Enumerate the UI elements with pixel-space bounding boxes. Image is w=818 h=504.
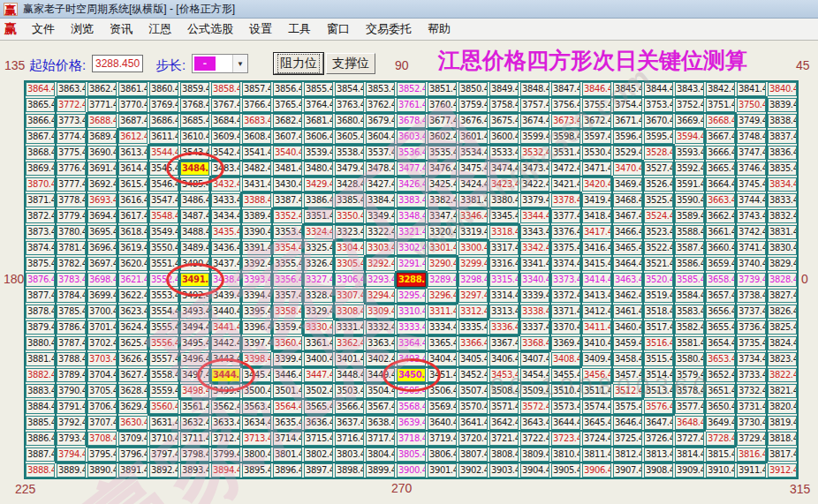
grid-cell: 3754.45 — [613, 98, 642, 112]
grid-cell: 3336.45 — [489, 320, 519, 335]
grid-cell: 3619.45 — [118, 241, 148, 255]
grid-cell: 3760.45 — [428, 98, 457, 112]
grid-cell: 3461.45 — [613, 305, 642, 319]
grid-cell: 3766.45 — [242, 98, 271, 112]
grid-cell: 3645.45 — [582, 416, 611, 430]
grid-cell: 3887.45 — [26, 448, 55, 462]
grid-cell: 3594.45 — [675, 130, 704, 144]
grid-cell: 3459.45 — [613, 336, 642, 350]
grid-cell: 3885.45 — [26, 416, 55, 430]
menu-logo-icon: 赢 — [4, 21, 17, 37]
grid-cell: 3902.45 — [458, 463, 488, 478]
grid-cell: 3691.45 — [87, 162, 117, 176]
angle-label-45: 45 — [796, 58, 810, 72]
grid-cell: 3774.45 — [57, 130, 86, 144]
content-area: 135 90 45 180 0 225 270 315 起始价格: 步长: - … — [0, 41, 818, 504]
menu-item-1[interactable]: 文件 — [24, 19, 63, 39]
grid-cell: 3398.45 — [242, 352, 271, 366]
grid-cell: 3685.45 — [180, 114, 209, 128]
grid-cell: 3383.45 — [397, 193, 426, 207]
grid-cell: 3688.45 — [87, 114, 117, 128]
grid-cell: 3812.45 — [613, 448, 642, 462]
chevron-down-icon[interactable]: ▼ — [232, 55, 247, 72]
resistance-button[interactable]: 阻力位 — [274, 53, 323, 74]
grid-cell: 3552.45 — [149, 273, 178, 287]
menu-item-2[interactable]: 浏览 — [63, 19, 102, 39]
grid-cell: 3449.45 — [366, 368, 395, 382]
grid-cell: 3500.45 — [242, 384, 271, 398]
angle-label-90: 90 — [395, 58, 409, 72]
grid-cell: 3577.45 — [675, 400, 704, 414]
grid-cell: 3891.45 — [118, 463, 148, 478]
grid-cell: 3852.45 — [397, 82, 426, 96]
grid-cell: 3296.45 — [428, 289, 457, 303]
grid-cell: 3796.45 — [118, 448, 148, 462]
grid-cell: 3733.45 — [737, 368, 766, 382]
grid-cell: 3510.45 — [551, 384, 580, 398]
grid-cell: 3895.45 — [242, 463, 271, 478]
step-select[interactable]: - ▼ — [192, 54, 248, 73]
grid-cell: 3346.45 — [458, 209, 488, 223]
grid-cell: 3294.45 — [366, 289, 395, 303]
grid-cell: 3548.45 — [149, 209, 178, 223]
grid-cell: 3415.45 — [582, 257, 611, 271]
menu-item-7[interactable]: 工具 — [280, 19, 319, 39]
grid-cell: 3574.45 — [582, 400, 611, 414]
grid-cell: 3695.45 — [87, 225, 117, 239]
grid-cell: 3464.45 — [613, 257, 642, 271]
grid-cell: 3455.45 — [551, 368, 580, 382]
grid-cell: 3436.45 — [211, 241, 240, 255]
resistance-button-label: 阻力位 — [278, 55, 319, 72]
grid-cell: 3718.45 — [397, 432, 426, 446]
start-price-label: 起始价格: — [29, 57, 86, 74]
grid-cell: 3497.45 — [180, 368, 209, 382]
menu-item-4[interactable]: 江恩 — [140, 19, 179, 39]
grid-cell: 3630.45 — [118, 416, 148, 430]
grid-cell: 3788.45 — [57, 352, 86, 366]
grid-cell: 3391.45 — [242, 241, 271, 255]
grid-cell: 3474.45 — [489, 162, 519, 176]
grid-cell: 3809.45 — [520, 448, 549, 462]
grid-cell: 3457.45 — [613, 368, 642, 382]
grid-cell: 3555.45 — [149, 320, 178, 335]
grid-cell: 3419.45 — [582, 193, 611, 207]
grid-cell: 3403.45 — [397, 352, 426, 366]
grid-cell: 3494.45 — [180, 320, 209, 335]
menu-item-8[interactable]: 窗口 — [319, 19, 358, 39]
grid-cell-key-level: 3484.45 — [180, 162, 209, 176]
grid-cell: 3775.45 — [57, 146, 86, 160]
start-price-input[interactable] — [92, 55, 143, 72]
grid-cell: 3804.45 — [366, 448, 395, 462]
grid-cell: 3877.45 — [26, 289, 55, 303]
menu-item-3[interactable]: 资讯 — [102, 19, 140, 39]
grid-cell: 3495.45 — [180, 336, 209, 350]
menu-item-10[interactable]: 帮助 — [420, 19, 458, 39]
grid-cell: 3417.45 — [582, 225, 611, 239]
grid-cell: 3308.45 — [335, 305, 364, 319]
grid-cell: 3426.45 — [397, 177, 426, 192]
grid-cell: 3702.45 — [87, 336, 117, 350]
grid-cell: 3899.45 — [366, 463, 395, 478]
grid-cell: 3514.45 — [644, 368, 673, 382]
grid-cell: 3745.45 — [737, 177, 766, 192]
grid-cell: 3549.45 — [149, 225, 178, 239]
grid-cell: 3544.45 — [149, 146, 178, 160]
grid-cell: 3838.45 — [768, 114, 797, 128]
support-button[interactable]: 支撑位 — [326, 53, 375, 74]
menu-item-6[interactable]: 设置 — [241, 19, 280, 39]
grid-cell: 3563.45 — [242, 400, 271, 414]
grid-cell: 3722.45 — [520, 432, 549, 446]
grid-cell: 3763.45 — [335, 98, 364, 112]
grid-cell-key-level: 3444.45 — [211, 368, 240, 382]
grid-cell: 3553.45 — [149, 289, 178, 303]
menu-item-5[interactable]: 公式选股 — [179, 19, 241, 39]
menu-item-9[interactable]: 交易委托 — [358, 19, 420, 39]
grid-cell: 3407.45 — [520, 352, 549, 366]
grid-cell: 3747.45 — [737, 146, 766, 160]
grid-cell: 3787.45 — [57, 336, 86, 350]
grid-cell: 3356.45 — [273, 273, 302, 287]
grid-cell: 3485.45 — [180, 177, 209, 192]
grid-cell: 3303.45 — [366, 241, 395, 255]
grid-cell: 3421.45 — [551, 177, 580, 192]
grid-cell: 3767.45 — [211, 98, 240, 112]
